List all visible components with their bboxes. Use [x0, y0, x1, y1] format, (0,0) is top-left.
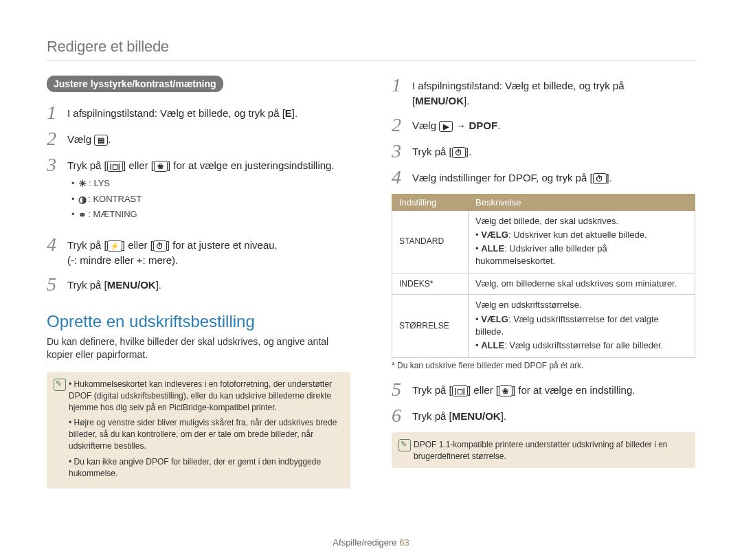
- setting-name: STØRRELSE: [392, 295, 469, 358]
- step-number: 3: [392, 142, 412, 161]
- step-text: Vælg indstillinger for DPOF, og tryk på …: [412, 172, 593, 183]
- section-intro: Du kan definere, hvilke billeder der ska…: [47, 335, 350, 362]
- setting-name: INDEKS*: [392, 273, 469, 295]
- step-number: 2: [47, 129, 67, 148]
- left-column: Justere lysstyrke/kontrast/mætning 1 I a…: [47, 76, 350, 489]
- step-1: 1 I afspilningstilstand: Vælg et billede…: [47, 103, 297, 122]
- setting-desc: Vælg en udskriftsstørrelse. VÆLG: Vælg u…: [469, 295, 695, 358]
- info-item: Du kan ikke angive DPOF for billeder, de…: [69, 456, 342, 480]
- key-menu-ok: MENU/OK: [452, 410, 501, 422]
- step-text: .: [497, 120, 500, 131]
- left-right-icon: |◻|: [107, 161, 123, 172]
- step-text: Vælg: [67, 133, 94, 145]
- step-4: 4 Tryk på [⚡] eller [⏱] for at justere e…: [47, 235, 278, 268]
- step-number: 1: [47, 103, 67, 122]
- step-text: ] eller [: [123, 159, 154, 171]
- step-text: Tryk på [: [67, 279, 107, 291]
- play-icon: ▶: [439, 121, 453, 132]
- step-text: (-: mindre eller +: mere).: [67, 254, 178, 266]
- sub-item: MÆTNING: [93, 209, 137, 219]
- step-text: ].: [292, 107, 297, 119]
- step-text: ] for at vælge en indstilling.: [513, 384, 635, 396]
- step-number: 1: [392, 76, 412, 109]
- step-text: I afspilningstilstand: Vælg et billede, …: [412, 80, 625, 91]
- info-box: DPOF 1.1-kompatible printere understøtte…: [392, 432, 695, 468]
- sub-item: KONTRAST: [93, 194, 142, 204]
- info-item: Hukommelseskortet kan indleveres i en fo…: [69, 379, 342, 413]
- step-text: ] for at justere et niveau.: [167, 239, 278, 251]
- section-heading: Oprette en udskriftsbestilling: [47, 312, 350, 331]
- table-row: INDEKS* Vælg, om billederne skal udskriv…: [392, 273, 695, 295]
- step-number: 2: [392, 115, 412, 135]
- page-title: Redigere et billede: [47, 38, 695, 60]
- timer-icon: ⏱: [593, 173, 607, 184]
- dpof-label: DPOF: [469, 120, 498, 131]
- brightness-icon: ☀: [77, 179, 89, 188]
- step-text: ].: [607, 172, 612, 183]
- macro-icon: ❀: [154, 161, 168, 172]
- step-2: 2 Vælg ▶ → DPOF.: [392, 115, 500, 135]
- footer-section: Afspille/redigere: [333, 537, 396, 548]
- info-text: DPOF 1.1-kompatible printere understøtte…: [414, 439, 687, 462]
- step-text: Tryk på [: [67, 159, 107, 171]
- step-text: .: [108, 133, 111, 145]
- step-text: Vælg: [412, 120, 439, 131]
- step-2: 2 Vælg ▤.: [47, 129, 111, 148]
- table-footnote: * Du kan udskrive flere billeder med DPO…: [392, 361, 695, 370]
- step-text: ] eller [: [468, 384, 499, 396]
- adjust-icon: ▤: [94, 135, 108, 146]
- left-right-icon: |◻|: [452, 385, 468, 396]
- timer-icon: ⏱: [452, 147, 466, 158]
- contrast-icon: ◑: [77, 194, 88, 204]
- sub-item: LYS: [93, 178, 110, 188]
- table-row: STØRRELSE Vælg en udskriftsstørrelse. VÆ…: [392, 295, 695, 358]
- info-item: Højre og venstre sider bliver muligvis s…: [69, 417, 342, 451]
- key-menu-ok: MENU/OK: [415, 95, 464, 107]
- step-number: 3: [47, 155, 67, 228]
- page-footer: Afspille/redigere 63: [0, 537, 742, 548]
- table-header: Indstilling: [392, 194, 469, 210]
- right-column: 1 I afspilningstilstand: Vælg et billede…: [392, 76, 695, 489]
- step-text: ].: [156, 279, 161, 291]
- step-text: Tryk på [: [412, 384, 452, 396]
- key-menu-ok: MENU/OK: [107, 279, 156, 291]
- step-text: ] eller [: [122, 239, 153, 251]
- step-number: 4: [47, 235, 67, 268]
- note-icon: [398, 439, 414, 462]
- setting-desc: Vælg det billede, der skal udskrives. VÆ…: [469, 210, 695, 273]
- step-text: ].: [464, 95, 469, 107]
- step-1: 1 I afspilningstilstand: Vælg et billede…: [392, 76, 625, 109]
- step-text: Tryk på [: [412, 410, 452, 422]
- step-text: ].: [501, 410, 506, 422]
- step-6: 6 Tryk på [MENU/OK].: [392, 406, 506, 425]
- step-number: 5: [392, 380, 412, 399]
- step-text: ].: [466, 146, 471, 157]
- step-text: ] for at vælge en justeringsindstilling.: [168, 159, 335, 171]
- step-number: 5: [47, 275, 67, 294]
- macro-icon: ❀: [499, 385, 513, 396]
- step-3: 3 Tryk på [|◻|] eller [❀] for at vælge e…: [47, 155, 335, 228]
- setting-name: STANDARD: [392, 210, 469, 273]
- step-5: 5 Tryk på [MENU/OK].: [47, 275, 161, 294]
- subsection-pill: Justere lysstyrke/kontrast/mætning: [47, 76, 223, 92]
- step-4: 4 Vælg indstillinger for DPOF, og tryk p…: [392, 168, 612, 187]
- table-header: Beskrivelse: [469, 194, 695, 210]
- note-icon: [54, 379, 69, 483]
- flash-icon: ⚡: [107, 240, 122, 251]
- saturation-icon: ⚭: [77, 210, 88, 220]
- key-E: E: [285, 107, 292, 119]
- page-number: 63: [399, 537, 409, 548]
- step-text: Tryk på [: [67, 239, 107, 251]
- arrow: →: [456, 120, 466, 131]
- adjustment-list: ☀: LYS ◑: KONTRAST ⚭: MÆTNING: [67, 177, 335, 222]
- step-text: I afspilningstilstand: Vælg et billede, …: [67, 107, 285, 119]
- setting-desc: Vælg, om billederne skal udskrives som m…: [469, 273, 695, 295]
- dpof-table: Indstilling Beskrivelse STANDARD Vælg de…: [392, 194, 695, 359]
- step-number: 6: [392, 406, 412, 425]
- step-text: Tryk på [: [412, 146, 452, 157]
- timer-icon: ⏱: [153, 240, 167, 251]
- step-number: 4: [392, 168, 412, 187]
- table-row: STANDARD Vælg det billede, der skal udsk…: [392, 210, 695, 273]
- step-3: 3 Tryk på [⏱].: [392, 142, 471, 161]
- info-box: Hukommelseskortet kan indleveres i en fo…: [47, 372, 350, 489]
